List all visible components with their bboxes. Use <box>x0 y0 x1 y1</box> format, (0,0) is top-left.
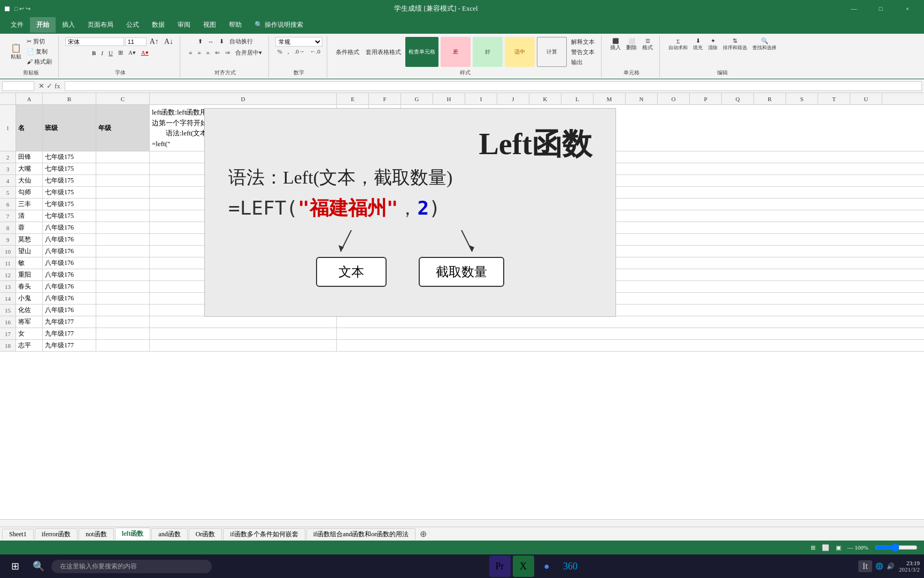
warning-text-button[interactable]: 警告文本 <box>569 48 597 57</box>
taskbar-search-bar[interactable]: 在这里输入你要搜索的内容 <box>51 560 212 573</box>
cell-d17[interactable] <box>150 328 337 339</box>
cell-c2[interactable] <box>96 151 150 163</box>
insert-cell-button[interactable]: ⬛ 插入 <box>608 37 623 52</box>
cell-b18[interactable]: 九年级177 <box>43 340 96 351</box>
bold-button[interactable]: B <box>90 49 98 57</box>
italic-button[interactable]: I <box>99 49 105 57</box>
col-header-r[interactable]: R <box>754 93 786 104</box>
cell-b2[interactable]: 七年级175 <box>43 151 96 163</box>
sheet-tab-and[interactable]: and函数 <box>151 528 187 540</box>
tab-review[interactable]: 审阅 <box>171 17 197 33</box>
cell-c3[interactable] <box>96 163 150 174</box>
col-header-t[interactable]: T <box>818 93 850 104</box>
cell-d16[interactable] <box>150 316 337 328</box>
sheet-tab-iferror[interactable]: iferror函数 <box>35 528 78 540</box>
add-sheet-button[interactable]: ⊕ <box>417 529 430 539</box>
delete-cell-button[interactable]: ⬜ 删除 <box>624 37 639 52</box>
cell-b13[interactable]: 八年级176 <box>43 281 96 292</box>
search-button[interactable]: 🔍 <box>28 556 49 577</box>
cell-b17[interactable]: 九年级177 <box>43 328 96 339</box>
cell-c1[interactable]: 年级 <box>96 105 150 151</box>
align-right-button[interactable]: ≡ <box>204 49 211 57</box>
increase-font-button[interactable]: A↑ <box>148 37 161 47</box>
font-name-input[interactable] <box>65 37 124 46</box>
cell-a14[interactable]: 小鬼 <box>16 293 43 304</box>
cell-c11[interactable] <box>96 257 150 269</box>
col-header-c[interactable]: C <box>96 93 150 104</box>
taskbar-excel-button[interactable]: X <box>513 556 534 577</box>
col-header-n[interactable]: N <box>626 93 658 104</box>
cell-b8[interactable]: 八年级176 <box>43 222 96 233</box>
cell-b5[interactable]: 七年级175 <box>43 187 96 198</box>
col-header-i[interactable]: I <box>465 93 497 104</box>
cell-b11[interactable]: 八年级176 <box>43 257 96 269</box>
col-header-e[interactable]: E <box>337 93 369 104</box>
cell-b12[interactable]: 八年级176 <box>43 269 96 280</box>
confirm-formula-icon[interactable]: ✓ <box>47 82 52 90</box>
cell-a1[interactable]: 名 <box>16 105 43 151</box>
col-header-j[interactable]: J <box>497 93 529 104</box>
style-calc-button[interactable]: 计算 <box>537 37 567 67</box>
tab-insert[interactable]: 插入 <box>56 17 81 33</box>
indent-increase-button[interactable]: ⇒ <box>223 49 232 57</box>
cell-b9[interactable]: 八年级176 <box>43 234 96 245</box>
font-size-input[interactable] <box>125 37 147 46</box>
cell-b7[interactable]: 七年级175 <box>43 210 96 222</box>
horizontal-scrollbar[interactable] <box>0 519 924 527</box>
cell-a3[interactable]: 大嘴 <box>16 163 43 174</box>
col-header-a[interactable]: A <box>16 93 43 104</box>
cell-b16[interactable]: 九年级177 <box>43 316 96 328</box>
col-header-g[interactable]: G <box>401 93 433 104</box>
cell-c15[interactable] <box>96 305 150 316</box>
indent-decrease-button[interactable]: ⇐ <box>213 49 222 57</box>
cell-c18[interactable] <box>96 340 150 351</box>
sheet-tab-left[interactable]: left函数 <box>115 528 151 541</box>
cell-c5[interactable] <box>96 187 150 198</box>
fill-button[interactable]: ⬇ 填充 <box>691 37 705 52</box>
copy-button[interactable]: 📄 复制 <box>25 47 54 56</box>
sheet-tab-or[interactable]: Or函数 <box>189 528 222 540</box>
tab-home[interactable]: 开始 <box>30 17 56 33</box>
cell-c4[interactable] <box>96 175 150 186</box>
cell-c7[interactable] <box>96 210 150 222</box>
find-select-button[interactable]: 🔍 查找和选择 <box>750 37 779 52</box>
view-normal-button[interactable]: ⊞ <box>811 544 815 551</box>
clear-button[interactable]: ✦ 清除 <box>706 37 720 52</box>
cell-c17[interactable] <box>96 328 150 339</box>
align-top-button[interactable]: ⬆ <box>196 37 205 45</box>
zoom-slider[interactable] <box>875 543 918 552</box>
cell-d18[interactable] <box>150 340 337 351</box>
align-left-button[interactable]: ≡ <box>187 49 194 57</box>
taskbar-chrome-button[interactable]: ● <box>536 556 558 577</box>
col-header-d[interactable]: D <box>150 93 337 104</box>
cell-c8[interactable] <box>96 222 150 233</box>
cell-a9[interactable]: 莫愁 <box>16 234 43 245</box>
font-color-button[interactable]: A▾ <box>139 49 151 57</box>
conditional-format-button[interactable]: 条件格式 <box>334 48 361 57</box>
close-button[interactable]: × <box>895 0 920 17</box>
insert-function-icon[interactable]: fx <box>55 82 60 90</box>
sort-filter-button[interactable]: ⇅ 排序和筛选 <box>721 37 749 52</box>
increase-decimal-button[interactable]: .0→ <box>292 48 307 55</box>
col-header-o[interactable]: O <box>658 93 690 104</box>
formula-input[interactable] <box>65 81 922 91</box>
tab-help[interactable]: 帮助 <box>222 17 248 33</box>
cell-b1[interactable]: 班级 <box>43 105 96 151</box>
tab-file[interactable]: 文件 <box>4 17 30 33</box>
cell-c6[interactable] <box>96 199 150 210</box>
format-painter-button[interactable]: 🖌 格式刷 <box>25 57 54 66</box>
style-medium-button[interactable]: 适中 <box>505 37 535 67</box>
minimize-button[interactable]: — <box>842 0 866 17</box>
format-as-table-button[interactable]: 套用表格格式 <box>364 48 403 57</box>
sheet-tab-sheet1[interactable]: Sheet1 <box>2 529 34 539</box>
cell-a5[interactable]: 勾师 <box>16 187 43 198</box>
cell-a11[interactable]: 敏 <box>16 257 43 269</box>
tab-search[interactable]: 🔍 操作说明搜索 <box>248 17 310 33</box>
cell-a6[interactable]: 三丰 <box>16 199 43 210</box>
align-middle-button[interactable]: ↔ <box>206 38 216 45</box>
decrease-font-button[interactable]: A↓ <box>162 37 175 47</box>
format-cell-button[interactable]: ☰ 格式 <box>640 37 655 52</box>
comma-button[interactable]: , <box>286 48 291 55</box>
col-header-l[interactable]: L <box>561 93 594 104</box>
border-button[interactable]: ⊞ <box>116 49 125 57</box>
